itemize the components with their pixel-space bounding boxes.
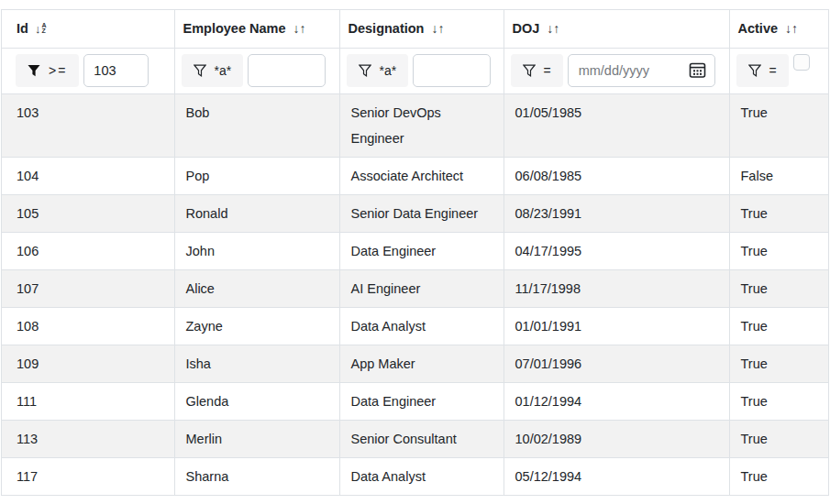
grid-body: 103BobSenior DevOps Engineer01/05/1985Tr… xyxy=(2,93,828,495)
calendar-icon[interactable] xyxy=(689,61,706,79)
cell-active: True xyxy=(729,194,828,232)
cell-active: True xyxy=(729,269,828,307)
grid-filter-row: >= *a* xyxy=(2,48,828,93)
cell-doj: 11/17/1998 xyxy=(504,269,729,307)
cell-doj: 06/08/1985 xyxy=(504,157,729,194)
table-row[interactable]: 113MerlinSenior Consultant10/02/1989True xyxy=(2,420,828,457)
filter-operator-label: = xyxy=(769,63,777,78)
filter-funnel-icon xyxy=(523,64,536,77)
column-title-designation: Designation xyxy=(349,21,425,36)
cell-id: 107 xyxy=(2,269,174,307)
filter-operator-label: *a* xyxy=(215,63,232,78)
cell-designation: Data Engineer xyxy=(339,232,504,269)
active-filter-checkbox[interactable] xyxy=(793,54,810,71)
doj-date-picker xyxy=(568,54,715,87)
cell-designation: App Maker xyxy=(339,345,504,382)
filter-funnel-filled-icon xyxy=(28,64,40,77)
cell-id: 106 xyxy=(2,232,174,269)
sort-both-icon[interactable] xyxy=(547,21,559,36)
filter-cell-doj: = xyxy=(504,48,729,93)
cell-active: True xyxy=(729,307,828,345)
filter-funnel-icon xyxy=(748,64,761,77)
active-filter-operator-button[interactable]: = xyxy=(736,54,789,87)
cell-designation: Data Analyst xyxy=(339,307,504,345)
column-title-doj: DOJ xyxy=(513,21,540,36)
designation-filter-operator-button[interactable]: *a* xyxy=(347,54,409,87)
column-title-id: Id xyxy=(17,21,28,36)
cell-id: 113 xyxy=(2,420,174,457)
cell-name: Isha xyxy=(174,345,339,382)
filter-operator-label: *a* xyxy=(380,63,397,78)
column-title-active: Active xyxy=(738,21,779,36)
cell-active: True xyxy=(729,457,828,495)
column-header-employee-name[interactable]: Employee Name xyxy=(174,10,339,48)
doj-filter-operator-button[interactable]: = xyxy=(511,54,563,87)
cell-id: 117 xyxy=(2,457,174,495)
table-row[interactable]: 104PopAssociate Architect06/08/1985False xyxy=(2,157,828,194)
cell-doj: 05/12/1994 xyxy=(504,457,729,495)
filter-cell-active: = xyxy=(729,48,828,93)
cell-name: Alice xyxy=(174,269,339,307)
doj-filter-input[interactable] xyxy=(569,55,685,86)
cell-designation: Data Analyst xyxy=(339,457,504,495)
column-header-id[interactable]: Id xyxy=(2,10,174,48)
cell-active: True xyxy=(729,93,828,157)
column-header-active[interactable]: Active xyxy=(729,10,828,48)
filter-funnel-icon xyxy=(359,64,371,77)
cell-active: False xyxy=(729,157,828,194)
cell-name: John xyxy=(174,232,339,269)
cell-designation: Senior DevOps Engineer xyxy=(339,93,504,157)
cell-designation: Senior Consultant xyxy=(339,420,504,457)
sort-ascending-icon[interactable] xyxy=(35,21,47,36)
cell-id: 108 xyxy=(2,307,174,345)
filter-operator-label: >= xyxy=(49,63,67,78)
cell-designation: Senior Data Engineer xyxy=(339,194,504,232)
cell-active: True xyxy=(729,382,828,420)
column-header-designation[interactable]: Designation xyxy=(339,10,504,48)
table-row[interactable]: 105RonaldSenior Data Engineer08/23/1991T… xyxy=(2,194,828,232)
cell-designation: Data Engineer xyxy=(339,382,504,420)
cell-name: Ronald xyxy=(174,194,339,232)
cell-name: Pop xyxy=(174,157,339,194)
cell-active: True xyxy=(729,345,828,382)
table-row[interactable]: 109IshaApp Maker07/01/1996True xyxy=(2,345,828,382)
cell-doj: 07/01/1996 xyxy=(504,345,729,382)
sort-both-icon[interactable] xyxy=(431,21,444,36)
cell-id: 109 xyxy=(2,345,174,382)
cell-doj: 01/01/1991 xyxy=(504,307,729,345)
employee-name-filter-operator-button[interactable]: *a* xyxy=(182,54,244,87)
cell-name: Sharna xyxy=(174,457,339,495)
table-row[interactable]: 107AliceAI Engineer11/17/1998True xyxy=(2,269,828,307)
table-row[interactable]: 111GlendaData Engineer01/12/1994True xyxy=(2,382,828,420)
filter-funnel-icon xyxy=(194,64,206,77)
cell-designation: Associate Architect xyxy=(339,157,504,194)
column-header-doj[interactable]: DOJ xyxy=(504,10,729,48)
filter-cell-designation: *a* xyxy=(339,48,504,93)
grid-header-row: Id Employee Name Designation xyxy=(2,10,828,48)
cell-name: Merlin xyxy=(174,420,339,457)
employee-data-grid: Id Employee Name Designation xyxy=(1,9,829,496)
cell-id: 104 xyxy=(2,157,174,194)
cell-doj: 04/17/1995 xyxy=(504,232,729,269)
cell-id: 103 xyxy=(2,93,174,157)
table-row[interactable]: 108ZayneData Analyst01/01/1991True xyxy=(2,307,828,345)
cell-active: True xyxy=(729,232,828,269)
table-row[interactable]: 103BobSenior DevOps Engineer01/05/1985Tr… xyxy=(2,93,828,157)
column-title-employee-name: Employee Name xyxy=(183,21,286,36)
cell-name: Glenda xyxy=(174,382,339,420)
cell-designation: AI Engineer xyxy=(339,269,504,307)
table-row[interactable]: 117SharnaData Analyst05/12/1994True xyxy=(2,457,828,495)
sort-both-icon[interactable] xyxy=(293,21,306,36)
id-filter-operator-button[interactable]: >= xyxy=(16,54,79,87)
table-row[interactable]: 106JohnData Engineer04/17/1995True xyxy=(2,232,828,269)
designation-filter-input[interactable] xyxy=(413,54,491,87)
id-filter-input[interactable] xyxy=(83,54,149,87)
cell-id: 105 xyxy=(2,194,174,232)
filter-cell-employee-name: *a* xyxy=(174,48,339,93)
cell-name: Bob xyxy=(174,93,339,157)
employee-name-filter-input[interactable] xyxy=(248,54,326,87)
cell-doj: 01/05/1985 xyxy=(504,93,729,157)
cell-doj: 10/02/1989 xyxy=(504,420,729,457)
sort-both-icon[interactable] xyxy=(785,21,798,36)
cell-id: 111 xyxy=(2,382,174,420)
